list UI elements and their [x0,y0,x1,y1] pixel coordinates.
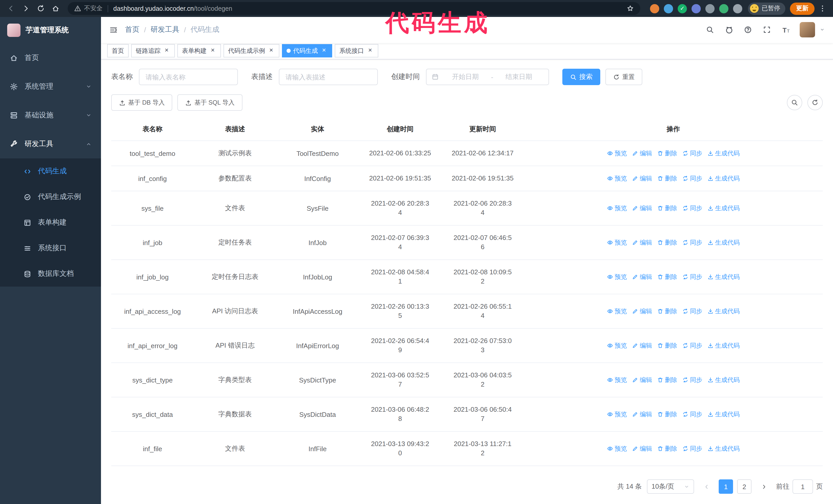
tab-form-builder[interactable]: 表单构建× [177,44,221,58]
generate-action[interactable]: 生成代码 [708,307,740,316]
table-name-input[interactable] [139,69,238,85]
edit-action[interactable]: 编辑 [632,307,652,316]
sync-action[interactable]: 同步 [682,272,702,281]
page-size-select[interactable]: 10条/页 [647,479,694,494]
sidebar-item-devtools[interactable]: 研发工具 [0,130,101,159]
fullscreen-icon[interactable] [762,25,772,35]
sync-action[interactable]: 同步 [682,376,702,384]
delete-action[interactable]: 删除 [657,174,677,183]
table-desc-input[interactable] [279,69,378,85]
preview-action[interactable]: 预览 [607,444,627,453]
font-size-icon[interactable]: TT [781,25,791,35]
sync-action[interactable]: 同步 [682,307,702,316]
drop-extension-icon[interactable] [664,4,673,13]
generate-action[interactable]: 生成代码 [708,238,740,247]
delete-action[interactable]: 删除 [657,376,677,384]
preview-action[interactable]: 预览 [607,204,627,213]
sidebar-subitem-db-doc[interactable]: 数据库文档 [0,261,101,287]
sidebar-subitem-codegen-example[interactable]: 代码生成示例 [0,184,101,210]
gray-extension-icon[interactable] [705,4,715,13]
preview-action[interactable]: 预览 [607,238,627,247]
generate-action[interactable]: 生成代码 [708,410,740,418]
breadcrumb-home[interactable]: 首页 [125,25,139,34]
leaf-extension-icon[interactable] [719,4,729,13]
delete-action[interactable]: 删除 [657,341,677,350]
edit-action[interactable]: 编辑 [632,204,652,213]
delete-action[interactable]: 删除 [657,272,677,281]
sidebar-subitem-codegen[interactable]: 代码生成 [0,159,101,184]
edit-action[interactable]: 编辑 [632,272,652,281]
check-extension-icon[interactable]: ✓ [678,4,687,13]
browser-back-icon[interactable] [4,2,18,15]
fox-extension-icon[interactable] [650,4,659,13]
sync-action[interactable]: 同步 [682,410,702,418]
preview-action[interactable]: 预览 [607,341,627,350]
next-page-button[interactable] [757,479,771,494]
tab-codegen[interactable]: 代码生成× [282,44,332,58]
delete-action[interactable]: 删除 [657,444,677,453]
generate-action[interactable]: 生成代码 [708,376,740,384]
sidebar-item-system[interactable]: 系统管理 [0,72,101,101]
page-button-2[interactable]: 2 [737,479,752,494]
generate-action[interactable]: 生成代码 [708,272,740,281]
puzzle-extension-icon[interactable] [733,4,742,13]
tab-api[interactable]: 系统接口× [335,44,378,58]
sync-action[interactable]: 同步 [682,444,702,453]
tab-tracer[interactable]: 链路追踪× [131,44,175,58]
date-range-picker[interactable]: 开始日期 - 结束日期 [426,69,549,85]
edit-action[interactable]: 编辑 [632,376,652,384]
close-icon[interactable]: × [163,47,170,55]
edit-action[interactable]: 编辑 [632,444,652,453]
sidebar-subitem-form-builder[interactable]: 表单构建 [0,210,101,235]
profile-paused-badge[interactable]: 已暂停 [748,2,785,15]
user-avatar[interactable] [800,22,815,38]
search-icon[interactable] [705,25,715,35]
sync-action[interactable]: 同步 [682,149,702,158]
address-bar[interactable]: 不安全 dashboard.yudao.iocoder.cn/tool/code… [68,2,640,15]
sidebar-item-infra[interactable]: 基础设施 [0,101,101,130]
browser-home-icon[interactable] [49,2,62,15]
preview-action[interactable]: 预览 [607,272,627,281]
goto-page-input[interactable] [792,479,813,494]
close-icon[interactable]: × [366,47,374,55]
browser-menu-icon[interactable] [816,5,829,12]
docs-question-icon[interactable] [743,25,753,35]
reset-button[interactable]: 重置 [605,69,642,85]
github-icon[interactable] [724,25,734,35]
sidebar-subitem-api[interactable]: 系统接口 [0,235,101,261]
edit-action[interactable]: 编辑 [632,149,652,158]
preview-action[interactable]: 预览 [607,376,627,384]
tab-codegen-example[interactable]: 代码生成示例× [223,44,279,58]
people-extension-icon[interactable] [691,4,701,13]
edit-action[interactable]: 编辑 [632,238,652,247]
breadcrumb-devtools[interactable]: 研发工具 [151,25,180,34]
generate-action[interactable]: 生成代码 [708,149,740,158]
browser-reload-icon[interactable] [34,2,47,15]
delete-action[interactable]: 删除 [657,238,677,247]
preview-action[interactable]: 预览 [607,149,627,158]
preview-action[interactable]: 预览 [607,410,627,418]
preview-action[interactable]: 预览 [607,307,627,316]
generate-action[interactable]: 生成代码 [708,341,740,350]
generate-action[interactable]: 生成代码 [708,204,740,213]
delete-action[interactable]: 删除 [657,410,677,418]
page-button-1[interactable]: 1 [719,479,733,494]
delete-action[interactable]: 删除 [657,149,677,158]
browser-forward-icon[interactable] [19,2,32,15]
import-sql-button[interactable]: 基于 SQL 导入 [177,94,242,111]
refresh-table-button[interactable] [807,95,823,110]
edit-action[interactable]: 编辑 [632,410,652,418]
bookmark-star-icon[interactable] [626,5,634,12]
toggle-search-button[interactable] [787,95,802,110]
security-label[interactable]: 不安全 [74,4,102,13]
sync-action[interactable]: 同步 [682,174,702,183]
search-button[interactable]: 搜索 [562,69,600,85]
sync-action[interactable]: 同步 [682,204,702,213]
close-icon[interactable]: × [209,47,216,55]
tab-home[interactable]: 首页 [107,44,129,58]
edit-action[interactable]: 编辑 [632,341,652,350]
delete-action[interactable]: 删除 [657,307,677,316]
app-logo[interactable]: 芋道管理系统 [0,17,101,44]
import-db-button[interactable]: 基于 DB 导入 [111,94,172,111]
preview-action[interactable]: 预览 [607,174,627,183]
